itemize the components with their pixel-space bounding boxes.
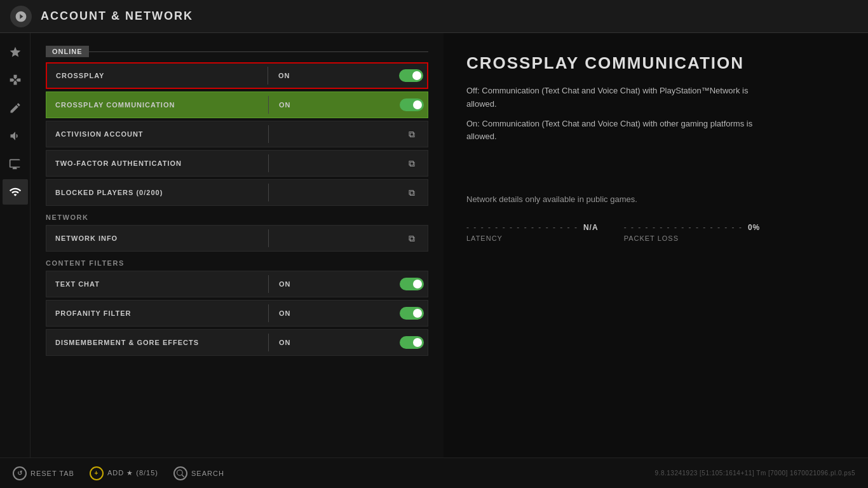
activision-row[interactable]: ACTIVISION ACCOUNT ⧉ (46, 121, 428, 147)
activision-divider (268, 125, 269, 143)
content-group-label: CONTENT FILTERS (46, 259, 428, 267)
add-button-icon: + (90, 466, 104, 480)
network-group-label: NETWORK (46, 214, 428, 221)
network-info-row[interactable]: NETWORK INFO ⧉ (46, 225, 428, 252)
twofa-external-icon: ⧉ (409, 158, 415, 169)
gore-row[interactable]: DISMEMBERMENT & GORE EFFECTS ON (46, 329, 428, 356)
gore-toggle[interactable] (400, 336, 424, 349)
activision-external-icon: ⧉ (409, 129, 415, 140)
info-desc-1: Off: Communication (Text Chat and Voice … (466, 85, 771, 111)
latency-stat: - - - - - - - - - - - - - - - - N/A Late… (466, 223, 599, 242)
header: ACCOUNT & NETWORK (0, 0, 868, 33)
sidebar-item-network[interactable] (3, 179, 28, 205)
twofa-row[interactable]: TWO-FACTOR AUTHENTICATION ⧉ (46, 150, 428, 177)
gore-label: DISMEMBERMENT & GORE EFFECTS (46, 339, 268, 346)
text-chat-toggle[interactable] (400, 278, 424, 290)
profanity-value: ON (269, 309, 396, 317)
info-title: CROSSPLAY COMMUNICATION (466, 53, 845, 73)
twofa-link-action[interactable]: ⧉ (396, 158, 428, 169)
text-chat-label: TEXT CHAT (46, 280, 268, 288)
sidebar-item-controller[interactable] (3, 67, 28, 93)
packet-loss-stat: - - - - - - - - - - - - - - - - - 0% Pac… (624, 223, 761, 242)
sidebar-item-favorites[interactable] (3, 39, 28, 65)
page-title: ACCOUNT & NETWORK (41, 10, 193, 23)
blocked-row[interactable]: BLOCKED PLAYERS (0/200) ⧉ (46, 179, 428, 206)
latency-label: Latency (466, 234, 599, 242)
blocked-link-action[interactable]: ⧉ (396, 187, 428, 198)
twofa-divider (268, 154, 269, 172)
reset-tab-label: RESET TAB (31, 470, 74, 477)
profanity-toggle-action[interactable] (396, 307, 428, 320)
network-info-link-action[interactable]: ⧉ (396, 233, 428, 244)
network-info-external-icon: ⧉ (409, 233, 415, 244)
network-stats: - - - - - - - - - - - - - - - - N/A Late… (466, 223, 845, 242)
crossplay-row[interactable]: CROSSPLAY ON (46, 62, 428, 89)
add-favorite-label: ADD ★ (8/15) (107, 469, 158, 477)
crossplay-comm-toggle[interactable] (400, 98, 424, 111)
bottom-bar: ↺ RESET TAB + ADD ★ (8/15) SEARCH 9.8.13… (0, 458, 868, 488)
crossplay-value: ON (268, 72, 395, 79)
sidebar-item-display[interactable] (3, 151, 28, 177)
search-label: SEARCH (191, 470, 224, 477)
sidebar-item-audio[interactable] (3, 123, 28, 149)
info-panel: CROSSPLAY COMMUNICATION Off: Communicati… (444, 33, 868, 458)
main-layout: ONLINE CROSSPLAY ON CROSSPLAY COMMUNICAT… (0, 33, 868, 458)
latency-line: - - - - - - - - - - - - - - - - N/A (466, 223, 599, 232)
search-action[interactable]: SEARCH (173, 466, 224, 480)
latency-value: N/A (583, 223, 599, 232)
crossplay-toggle-action[interactable] (395, 69, 427, 82)
packet-line: - - - - - - - - - - - - - - - - - 0% (624, 223, 761, 232)
packet-value: 0% (748, 223, 760, 232)
settings-panel: ONLINE CROSSPLAY ON CROSSPLAY COMMUNICAT… (31, 33, 444, 458)
search-button-icon (173, 466, 187, 480)
packet-dashes: - - - - - - - - - - - - - - - - - (624, 223, 743, 232)
info-desc-2: On: Communication (Text Chat and Voice C… (466, 118, 771, 144)
profanity-label: PROFANITY FILTER (46, 309, 268, 317)
crossplay-comm-label: CROSSPLAY COMMUNICATION (46, 101, 268, 109)
network-info-label: NETWORK INFO (46, 234, 268, 242)
header-icon (10, 6, 32, 27)
text-chat-toggle-action[interactable] (396, 278, 428, 290)
blocked-label: BLOCKED PLAYERS (0/200) (46, 189, 268, 196)
add-favorite-action[interactable]: + ADD ★ (8/15) (90, 466, 158, 480)
network-info-divider (268, 229, 269, 247)
sidebar-item-edit[interactable] (3, 95, 28, 121)
crossplay-toggle[interactable] (399, 69, 423, 82)
version-info: 9.8.13241923 [51:105:1614+11] Tm [7000] … (655, 470, 855, 477)
online-tab-label: ONLINE (46, 46, 89, 57)
account-network-icon (15, 10, 27, 23)
text-chat-row[interactable]: TEXT CHAT ON (46, 271, 428, 297)
text-chat-value: ON (269, 280, 396, 288)
reset-button-icon: ↺ (13, 466, 27, 480)
profanity-toggle[interactable] (400, 307, 424, 320)
crossplay-comm-value: ON (269, 101, 396, 109)
twofa-label: TWO-FACTOR AUTHENTICATION (46, 159, 268, 167)
crossplay-label: CROSSPLAY (47, 72, 268, 79)
blocked-divider (268, 184, 269, 201)
gore-value: ON (269, 339, 396, 346)
packet-label: Packet Loss (624, 234, 761, 242)
activision-label: ACTIVISION ACCOUNT (46, 130, 268, 138)
profanity-row[interactable]: PROFANITY FILTER ON (46, 300, 428, 327)
gore-toggle-action[interactable] (396, 336, 428, 349)
blocked-external-icon: ⧉ (409, 187, 415, 198)
activision-link-action[interactable]: ⧉ (396, 129, 428, 140)
latency-dashes: - - - - - - - - - - - - - - - - (466, 223, 578, 232)
sidebar (0, 33, 31, 458)
online-section-header: ONLINE (46, 46, 428, 57)
crossplay-comm-row[interactable]: CROSSPLAY COMMUNICATION ON (46, 92, 428, 118)
reset-tab-action[interactable]: ↺ RESET TAB (13, 466, 74, 480)
network-note: Network details only available in public… (466, 194, 845, 204)
crossplay-comm-toggle-action[interactable] (396, 98, 428, 111)
